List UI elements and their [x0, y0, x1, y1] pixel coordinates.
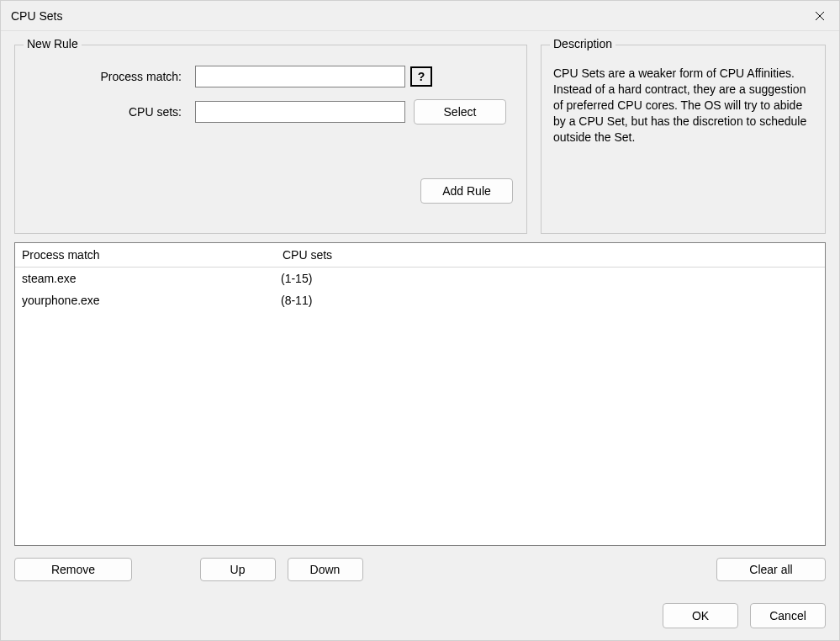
cell-cpusets: (8-11) — [276, 292, 825, 309]
window-title: CPU Sets — [11, 9, 62, 23]
cpu-sets-input[interactable] — [195, 101, 405, 123]
down-button[interactable]: Down — [288, 558, 363, 581]
new-rule-legend: New Rule — [24, 37, 82, 50]
close-icon — [815, 11, 825, 21]
rules-list-header: Process match CPU sets — [15, 243, 825, 268]
process-match-label: Process match: — [27, 70, 187, 83]
question-icon: ? — [418, 70, 425, 83]
new-rule-group: New Rule Process match: ? CPU sets: Sele… — [14, 45, 527, 234]
cell-cpusets: (1-15) — [276, 270, 825, 287]
up-button[interactable]: Up — [200, 558, 276, 581]
table-row[interactable]: yourphone.exe (8-11) — [15, 289, 825, 311]
cell-process: yourphone.exe — [15, 292, 276, 309]
select-button[interactable]: Select — [414, 99, 506, 124]
clear-all-button[interactable]: Clear all — [716, 558, 826, 581]
table-row[interactable]: steam.exe (1-15) — [15, 268, 825, 289]
column-header-cpusets[interactable]: CPU sets — [276, 243, 825, 267]
description-legend: Description — [550, 37, 615, 50]
remove-button[interactable]: Remove — [14, 558, 132, 581]
close-button[interactable] — [800, 1, 839, 30]
column-header-process[interactable]: Process match — [15, 243, 276, 267]
list-actions: Remove Up Down Clear all — [14, 554, 826, 581]
dialog-actions: OK Cancel — [14, 590, 826, 632]
rules-list[interactable]: Process match CPU sets steam.exe (1-15) … — [14, 242, 826, 546]
cell-process: steam.exe — [15, 270, 276, 287]
process-match-help-button[interactable]: ? — [410, 66, 432, 87]
cancel-button[interactable]: Cancel — [750, 603, 826, 628]
rules-list-body: steam.exe (1-15) yourphone.exe (8-11) — [15, 268, 825, 545]
add-rule-button[interactable]: Add Rule — [420, 178, 513, 204]
description-group: Description CPU Sets are a weaker form o… — [541, 45, 826, 234]
titlebar: CPU Sets — [1, 1, 839, 31]
process-match-input[interactable] — [195, 66, 405, 87]
description-text: CPU Sets are a weaker form of CPU Affini… — [553, 66, 813, 145]
cpu-sets-label: CPU sets: — [27, 105, 187, 119]
ok-button[interactable]: OK — [663, 603, 738, 628]
cpu-sets-dialog: CPU Sets New Rule Process match: ? — [0, 0, 840, 641]
